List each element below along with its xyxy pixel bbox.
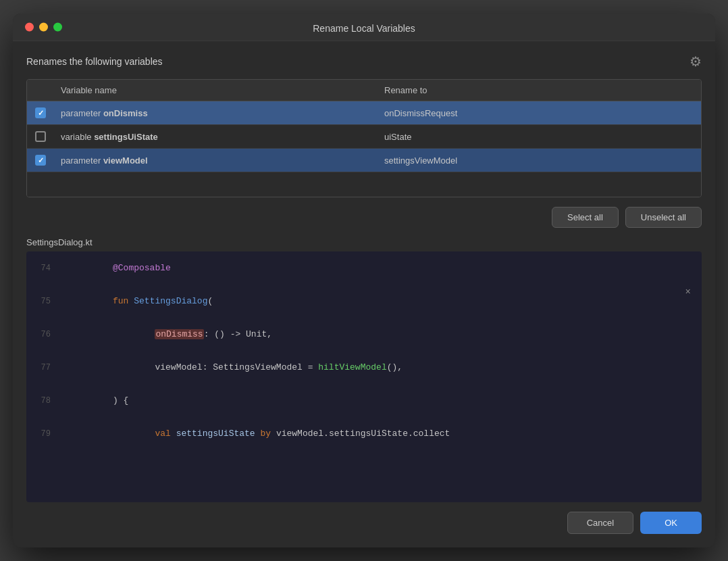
line-num-75: 75 xyxy=(26,297,60,306)
line-num-77: 77 xyxy=(26,363,60,372)
row-3-variable-name: parameter viewModel xyxy=(54,149,378,172)
line-num-74: 74 xyxy=(26,264,60,273)
row-3-rename-to: settingsViewModel xyxy=(378,149,701,172)
minimize-button[interactable] xyxy=(39,23,48,32)
unselect-all-button[interactable]: Unselect all xyxy=(625,207,702,228)
col-header-rename-to: Rename to xyxy=(378,80,701,101)
table-empty-row xyxy=(27,172,701,197)
header-description: Renames the following variables xyxy=(26,56,163,67)
traffic-lights xyxy=(25,23,62,32)
col-header-checkbox xyxy=(27,80,54,101)
dialog-title: Rename Local Variables xyxy=(313,23,415,34)
line-code-75: fun SettingsDialog( xyxy=(60,286,702,316)
table-row[interactable]: parameter viewModel settingsViewModel xyxy=(27,149,701,172)
row-3-checkbox[interactable] xyxy=(35,155,46,166)
col-header-variable-name: Variable name xyxy=(54,80,378,101)
row-3-checkbox-cell xyxy=(27,149,54,172)
code-line-78: 78 ) { xyxy=(26,384,702,417)
line-code-77: viewModel: SettingsViewModel = hiltViewM… xyxy=(60,352,702,383)
line-code-79: val settingsUiState by viewModel.setting… xyxy=(60,418,702,449)
row-1-checkbox[interactable] xyxy=(35,107,46,118)
header-row: Renames the following variables ⚙ xyxy=(26,53,702,70)
code-line-75: 75 fun SettingsDialog( xyxy=(26,285,702,318)
cancel-button[interactable]: Cancel xyxy=(567,512,633,534)
title-bar: Rename Local Variables xyxy=(13,14,715,41)
code-line-77: 77 viewModel: SettingsViewModel = hiltVi… xyxy=(26,351,702,384)
line-code-74: @Composable xyxy=(60,253,702,283)
maximize-button[interactable] xyxy=(53,23,62,32)
table-row[interactable]: parameter onDismiss onDismissRequest xyxy=(27,101,701,125)
table-row[interactable]: variable settingsUiState uiState xyxy=(27,125,701,149)
close-button[interactable] xyxy=(25,23,34,32)
table-header: Variable name Rename to xyxy=(27,80,701,101)
code-editor: 74 @Composable 75 fun SettingsDialog( 76… xyxy=(26,251,702,502)
variables-table: Variable name Rename to parameter onDism… xyxy=(26,79,702,197)
rename-local-variables-dialog: Rename Local Variables Renames the follo… xyxy=(13,14,715,547)
file-label: SettingsDialog.kt xyxy=(26,237,702,247)
code-line-79: 79 val settingsUiState by viewModel.sett… xyxy=(26,417,702,450)
row-1-variable-name: parameter onDismiss xyxy=(54,101,378,124)
row-1-rename-to: onDismissRequest xyxy=(378,101,701,124)
dialog-content: Renames the following variables ⚙ Variab… xyxy=(13,41,715,547)
code-line-76: 76 onDismiss: () -> Unit, × xyxy=(26,318,702,351)
settings-gear-icon[interactable]: ⚙ xyxy=(690,53,702,70)
line-num-78: 78 xyxy=(26,396,60,406)
row-1-checkbox-cell xyxy=(27,101,54,124)
select-all-button[interactable]: Select all xyxy=(552,207,619,228)
code-line-74: 74 @Composable xyxy=(26,251,702,285)
line-code-78: ) { xyxy=(60,385,702,416)
table-action-buttons: Select all Unselect all xyxy=(26,207,702,228)
line-code-76: onDismiss: () -> Unit, xyxy=(60,319,702,349)
close-highlight-icon[interactable]: × xyxy=(685,287,691,297)
row-2-variable-name: variable settingsUiState xyxy=(54,125,378,148)
row-2-rename-to: uiState xyxy=(378,125,701,148)
line-num-76: 76 xyxy=(26,330,60,339)
line-num-79: 79 xyxy=(26,429,60,439)
row-2-checkbox-cell xyxy=(27,125,54,148)
row-2-checkbox[interactable] xyxy=(35,131,46,142)
action-buttons: Cancel OK xyxy=(26,502,702,537)
ok-button[interactable]: OK xyxy=(640,512,702,534)
